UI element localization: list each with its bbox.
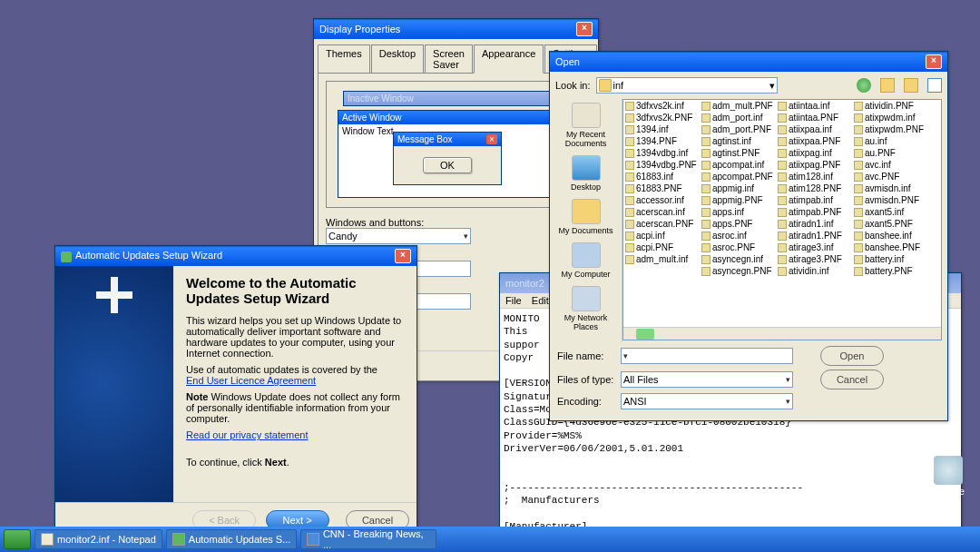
file-item[interactable]: agtinst.inf [700, 135, 776, 147]
file-item[interactable]: asroc.PNF [700, 242, 776, 253]
place-network[interactable]: My Network Places [554, 286, 618, 331]
close-icon[interactable]: × [576, 22, 593, 36]
file-item[interactable]: atirage3.PNF [776, 253, 852, 265]
place-desktop[interactable]: Desktop [554, 155, 618, 192]
eula-link[interactable]: End User Licence Agreement [186, 375, 316, 386]
file-item[interactable]: appmig.PNF [700, 194, 776, 206]
file-item[interactable]: accessor.inf [623, 194, 700, 206]
filename-label: File name: [557, 350, 621, 361]
file-item[interactable]: adm_mult.inf [623, 253, 700, 265]
file-item[interactable]: apcompat.inf [700, 159, 776, 171]
file-item[interactable]: acpi.PNF [623, 242, 700, 253]
place-mycomputer[interactable]: My Computer [554, 242, 618, 279]
file-item[interactable]: 3dfxvs2k.PNF [623, 112, 700, 123]
file-list[interactable]: 3dfxvs2k.inf3dfxvs2k.PNF1394.inf1394.PNF… [622, 99, 942, 340]
display-props-titlebar[interactable]: Display Properties × [314, 19, 598, 39]
tab-screensaver[interactable]: Screen Saver [425, 44, 473, 73]
file-item[interactable]: battery.inf [852, 253, 928, 265]
file-item[interactable]: banshee.PNF [852, 242, 928, 253]
file-icon [701, 220, 710, 229]
file-item[interactable]: atiixpaa.PNF [776, 135, 852, 147]
taskbar-item-browser[interactable]: CNN - Breaking News, ... [300, 529, 436, 549]
file-item[interactable]: atimpab.PNF [776, 206, 852, 218]
file-item[interactable]: 1394.inf [623, 123, 700, 135]
file-item[interactable]: atixpwdm.PNF [852, 123, 928, 135]
file-item[interactable]: au.inf [852, 135, 928, 147]
preview-msgbox: Message Box× OK [393, 132, 502, 185]
file-item[interactable]: apcompat.PNF [700, 171, 776, 182]
file-item[interactable]: atiradn1.inf [776, 218, 852, 230]
file-item[interactable]: 61883.PNF [623, 182, 700, 194]
file-item[interactable]: atirage3.inf [776, 242, 852, 253]
file-item[interactable]: axant5.PNF [852, 218, 928, 230]
back-icon[interactable] [857, 78, 871, 93]
file-item[interactable]: atiixpag.inf [776, 147, 852, 159]
lookin-combo[interactable]: inf▾ [596, 77, 778, 94]
views-icon[interactable] [927, 78, 942, 93]
file-item[interactable]: 61883.inf [623, 171, 700, 182]
file-item[interactable]: 1394vdbg.PNF [623, 159, 700, 171]
place-mydocs[interactable]: My Documents [554, 199, 618, 235]
file-item[interactable]: avc.inf [852, 159, 928, 171]
file-item[interactable]: acerscan.PNF [623, 218, 700, 230]
file-item[interactable]: atiintaa.inf [776, 100, 852, 112]
tab-themes[interactable]: Themes [318, 44, 370, 73]
filetype-combo[interactable]: All Files [621, 371, 793, 388]
file-item[interactable]: atiixpag.PNF [776, 159, 852, 171]
up-folder-icon[interactable] [880, 78, 895, 93]
file-item[interactable]: avc.PNF [852, 171, 928, 182]
menu-edit[interactable]: Edit [532, 295, 549, 306]
file-item[interactable]: battery.PNF [852, 265, 928, 277]
filename-input[interactable] [621, 348, 793, 364]
file-item[interactable]: 3dfxvs2k.inf [623, 100, 700, 112]
file-item[interactable]: banshee.inf [852, 230, 928, 242]
encoding-combo[interactable]: ANSI [621, 393, 793, 409]
taskbar-item-notepad[interactable]: monitor2.inf - Notepad [34, 529, 162, 549]
file-item[interactable]: atiradn1.PNF [776, 230, 852, 242]
file-item[interactable]: atividin.PNF [852, 100, 928, 112]
file-item[interactable]: adm_mult.PNF [700, 100, 776, 112]
file-item[interactable]: atim128.PNF [776, 182, 852, 194]
taskbar-item-wizard[interactable]: Automatic Updates S... [166, 529, 298, 549]
file-item[interactable]: asroc.inf [700, 230, 776, 242]
file-item[interactable]: au.PNF [852, 147, 928, 159]
recycle-bin[interactable]: Recycle Bin [926, 456, 971, 507]
file-item[interactable]: atixpwdm.inf [852, 112, 928, 123]
file-item[interactable]: adm_port.PNF [700, 123, 776, 135]
tab-appearance[interactable]: Appearance [474, 44, 544, 74]
file-item[interactable]: 1394vdbg.inf [623, 147, 700, 159]
file-item[interactable]: asyncegn.inf [700, 253, 776, 265]
file-item[interactable]: agtinst.PNF [700, 147, 776, 159]
file-item[interactable]: apps.inf [700, 206, 776, 218]
open-titlebar[interactable]: Open × [550, 52, 947, 72]
file-item[interactable]: acpi.inf [623, 230, 700, 242]
file-item[interactable]: apps.PNF [700, 218, 776, 230]
file-item[interactable]: avmisdn.inf [852, 182, 928, 194]
place-recent[interactable]: My Recent Documents [554, 103, 618, 148]
file-item[interactable]: adm_port.inf [700, 112, 776, 123]
open-button[interactable]: Open [820, 346, 884, 366]
file-item[interactable]: atimpab.inf [776, 194, 852, 206]
wizard-titlebar[interactable]: Automatic Updates Setup Wizard × [55, 246, 416, 266]
tab-desktop[interactable]: Desktop [371, 44, 424, 73]
horizontal-scrollbar[interactable] [623, 327, 941, 340]
file-item[interactable]: axant5.inf [852, 206, 928, 218]
new-folder-icon[interactable] [904, 78, 918, 93]
file-item[interactable]: atiintaa.PNF [776, 112, 852, 123]
menu-file[interactable]: File [505, 295, 522, 306]
start-button[interactable] [4, 529, 31, 549]
file-item[interactable]: atividin.inf [776, 265, 852, 277]
file-item[interactable]: acerscan.inf [623, 206, 700, 218]
file-item[interactable]: avmisdn.PNF [852, 194, 928, 206]
file-item[interactable]: asyncegn.PNF [700, 265, 776, 277]
close-icon[interactable]: × [926, 54, 942, 69]
cancel-button[interactable]: Cancel [820, 370, 884, 389]
privacy-link[interactable]: Read our privacy statement [186, 429, 309, 440]
preview-active-title: Active Window [338, 111, 573, 124]
file-item[interactable]: atiixpaa.inf [776, 123, 852, 135]
close-icon[interactable]: × [395, 249, 411, 263]
windows-buttons-combo[interactable]: Candy [326, 228, 471, 244]
file-item[interactable]: 1394.PNF [623, 135, 700, 147]
file-item[interactable]: appmig.inf [700, 182, 776, 194]
file-item[interactable]: atim128.inf [776, 171, 852, 182]
